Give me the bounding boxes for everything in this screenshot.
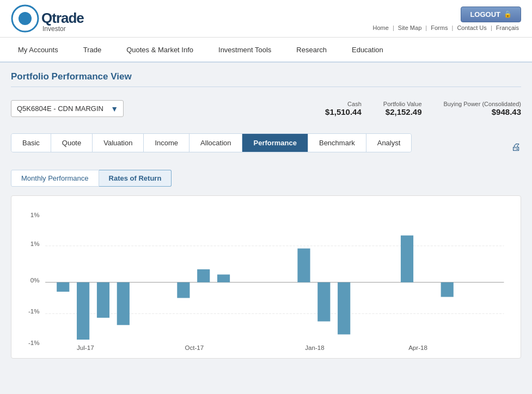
bar-5: [177, 282, 189, 298]
cash-label: Cash: [325, 101, 362, 107]
print-icon[interactable]: 🖨: [511, 141, 521, 153]
account-selector[interactable]: Q5K6804E - CDN MARGIN ▼: [11, 100, 124, 117]
top-right: LOGOUT 🔒 Home | Site Map | Forms | Conta…: [371, 7, 521, 31]
performance-chart: 1% 1% 0% -1% -1%: [22, 207, 510, 353]
bar-2: [77, 282, 89, 340]
logo-name: Qtrade: [41, 11, 84, 25]
nav-bar: My Accounts Trade Quotes & Market Info I…: [0, 38, 532, 63]
portfolio-label: Portfolio Value: [383, 101, 422, 107]
lock-icon: 🔒: [504, 10, 512, 18]
svg-text:0%: 0%: [30, 277, 40, 283]
nav-investment-tools[interactable]: Investment Tools: [206, 38, 284, 61]
tab-row: Basic Quote Valuation Income Allocation …: [11, 133, 521, 161]
top-links: Home | Site Map | Forms | Contact Us | F…: [371, 24, 521, 31]
nav-trade[interactable]: Trade: [71, 38, 114, 61]
nav-research[interactable]: Research: [284, 38, 339, 61]
chart-container: 1% 1% 0% -1% -1%: [11, 195, 521, 359]
sub-tabs: Basic Quote Valuation Income Allocation …: [11, 133, 412, 152]
monthly-performance-button[interactable]: Monthly Performance: [11, 170, 99, 187]
account-select[interactable]: Q5K6804E - CDN MARGIN: [11, 100, 124, 117]
x-label-oct17: Oct-17: [185, 345, 204, 351]
bar-4: [117, 282, 130, 325]
tab-performance[interactable]: Performance: [242, 134, 308, 152]
view-switcher: Monthly Performance Rates of Return: [11, 170, 521, 187]
bar-10: [338, 282, 350, 335]
bar-8: [297, 249, 310, 282]
bar-1: [57, 282, 69, 292]
logo-icon: [11, 4, 39, 33]
top-bar: Qtrade Investor LOGOUT 🔒 Home | Site Map…: [0, 0, 532, 38]
portfolio-value: $2,152.49: [383, 107, 422, 116]
logo: Qtrade Investor: [11, 4, 84, 33]
svg-text:1%: 1%: [30, 241, 40, 247]
buying-power-value: $948.43: [444, 107, 521, 116]
main-content: Portfolio Performance View Q5K6804E - CD…: [0, 63, 532, 367]
sitemap-link[interactable]: Site Map: [398, 24, 421, 31]
tab-benchmark[interactable]: Benchmark: [308, 134, 366, 152]
bar-7: [217, 274, 230, 282]
nav-quotes[interactable]: Quotes & Market Info: [114, 38, 206, 61]
buying-power-stat: Buying Power (Consolidated) $948.43: [444, 101, 521, 116]
x-label-jan18: Jan-18: [305, 345, 324, 351]
nav-my-accounts[interactable]: My Accounts: [5, 38, 71, 61]
logo-sub: Investor: [42, 25, 84, 33]
bar-3: [97, 282, 109, 318]
bar-12: [441, 282, 454, 297]
logout-button[interactable]: LOGOUT 🔒: [461, 7, 521, 22]
svg-text:-1%: -1%: [28, 340, 40, 346]
svg-text:1%: 1%: [30, 212, 40, 218]
nav-education[interactable]: Education: [339, 38, 396, 61]
svg-point-1: [19, 12, 32, 25]
cash-value: $1,510.44: [325, 107, 362, 116]
account-stats: Cash $1,510.44 Portfolio Value $2,152.49…: [325, 101, 521, 116]
bar-9: [317, 282, 330, 322]
portfolio-stat: Portfolio Value $2,152.49: [383, 101, 422, 116]
tab-basic[interactable]: Basic: [11, 134, 51, 152]
cash-stat: Cash $1,510.44: [325, 101, 362, 116]
forms-link[interactable]: Forms: [431, 24, 448, 31]
account-row: Q5K6804E - CDN MARGIN ▼ Cash $1,510.44 P…: [11, 95, 521, 122]
x-label-jul17: Jul-17: [77, 345, 94, 351]
bar-11: [401, 236, 413, 282]
bar-6: [197, 269, 210, 282]
rates-of-return-button[interactable]: Rates of Return: [99, 170, 172, 187]
svg-text:-1%: -1%: [28, 309, 40, 315]
x-label-apr18: Apr-18: [408, 345, 427, 351]
tab-allocation[interactable]: Allocation: [189, 134, 242, 152]
tab-valuation[interactable]: Valuation: [93, 134, 144, 152]
home-link[interactable]: Home: [373, 24, 389, 31]
buying-power-label: Buying Power (Consolidated): [444, 101, 521, 107]
tab-analyst[interactable]: Analyst: [366, 134, 412, 152]
logout-label: LOGOUT: [470, 10, 500, 19]
page-title: Portfolio Performance View: [11, 71, 521, 87]
tab-quote[interactable]: Quote: [51, 134, 93, 152]
francais-link[interactable]: Français: [496, 24, 519, 31]
contact-link[interactable]: Contact Us: [457, 24, 486, 31]
tab-income[interactable]: Income: [144, 134, 189, 152]
